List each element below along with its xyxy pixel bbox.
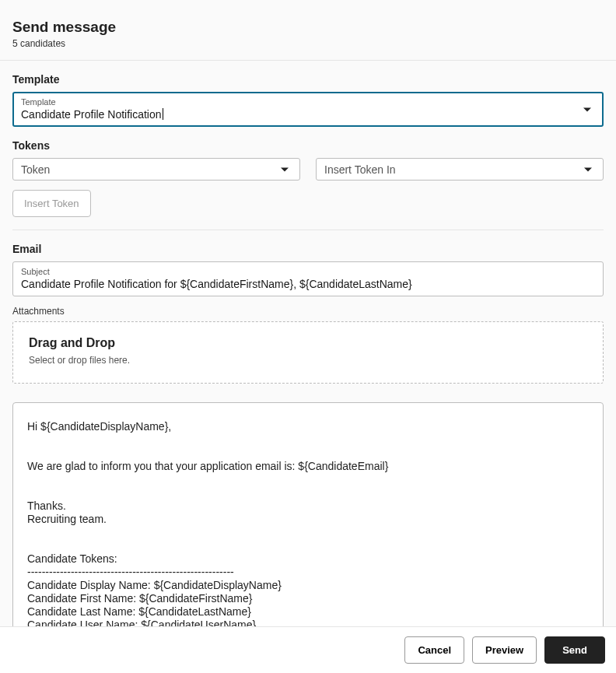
email-section-label: Email (12, 243, 604, 255)
subject-field-label: Subject (21, 267, 595, 276)
token-select[interactable]: Token (12, 158, 300, 181)
attachments-label: Attachments (12, 306, 604, 317)
attachments-dropzone[interactable]: Drag and Drop Select or drop files here. (12, 321, 604, 384)
dialog-header: Send message 5 candidates (0, 0, 616, 60)
template-value: Candidate Profile Notification (21, 107, 575, 121)
subject-input[interactable]: Subject Candidate Profile Notification f… (12, 261, 604, 296)
dropzone-hint: Select or drop files here. (29, 355, 587, 366)
template-select[interactable]: Template Candidate Profile Notification (12, 92, 604, 127)
template-section-label: Template (12, 73, 604, 86)
insert-token-in-select[interactable]: Insert Token In (316, 158, 604, 181)
insert-in-placeholder: Insert Token In (324, 163, 575, 177)
cancel-button[interactable]: Cancel (404, 636, 464, 664)
chevron-down-icon (583, 107, 591, 111)
token-placeholder: Token (21, 163, 271, 177)
preview-button[interactable]: Preview (472, 636, 537, 664)
chevron-down-icon (584, 167, 592, 171)
insert-token-button[interactable]: Insert Token (12, 190, 91, 217)
template-field-label: Template (21, 97, 575, 107)
chevron-down-icon (281, 167, 289, 171)
dialog-footer: Cancel Preview Send (0, 626, 616, 673)
message-body-textarea[interactable]: Hi ${CandidateDisplayName}, We are glad … (12, 402, 604, 633)
dropzone-title: Drag and Drop (29, 336, 587, 350)
subject-value: Candidate Profile Notification for ${Can… (21, 277, 595, 291)
divider (12, 230, 604, 230)
tokens-section-label: Tokens (12, 139, 604, 152)
send-button[interactable]: Send (544, 636, 605, 664)
page-title: Send message (12, 19, 604, 36)
page-subtitle: 5 candidates (12, 38, 604, 49)
